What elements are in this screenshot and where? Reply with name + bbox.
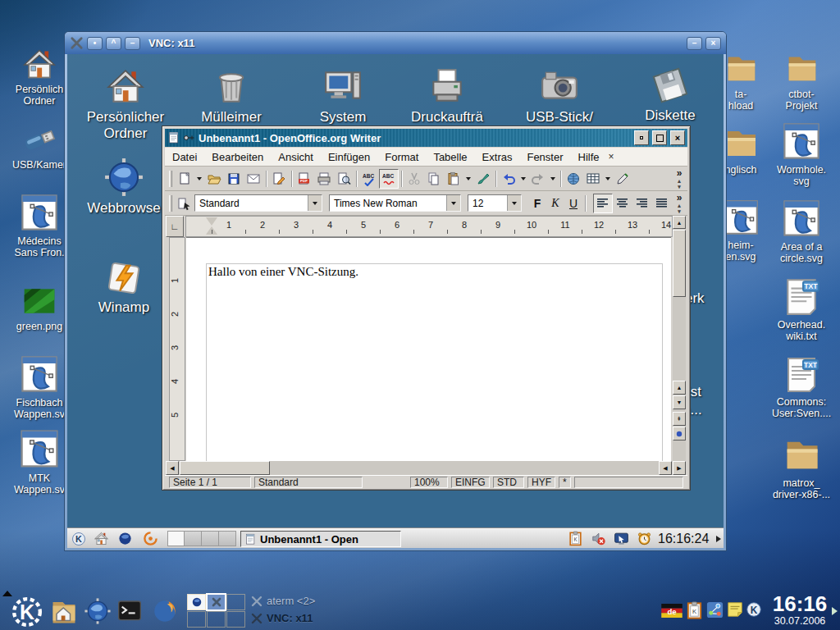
knotes-icon[interactable]: [726, 600, 744, 619]
menu-datei[interactable]: Datei: [165, 151, 204, 163]
close-button[interactable]: ×: [670, 130, 685, 145]
pager-desktop-3[interactable]: [202, 531, 219, 546]
align-justify-icon[interactable]: [652, 194, 672, 213]
pager-desktop-5[interactable]: [207, 611, 226, 628]
font-name-combo[interactable]: Times New Roman: [329, 194, 461, 212]
desktop-icon-area-circle-svg[interactable]: Area of a circle.svg: [762, 197, 840, 265]
swirl-icon[interactable]: [143, 531, 158, 546]
dropdown-icon[interactable]: [507, 195, 521, 211]
open-icon[interactable]: [204, 169, 224, 189]
vnc-clock[interactable]: 16:16:24: [658, 532, 709, 546]
pager-desktop-2[interactable]: [207, 594, 226, 610]
bold-button[interactable]: F: [528, 197, 546, 210]
vertical-ruler[interactable]: 1 2 3 4 5: [169, 237, 185, 461]
desktop-pager[interactable]: [167, 531, 236, 546]
close-document-icon[interactable]: ×: [609, 151, 614, 162]
status-zoom[interactable]: 100%: [410, 477, 448, 488]
undo-dropdown[interactable]: [518, 169, 528, 189]
sticky-button[interactable]: •: [87, 37, 103, 50]
kmenu-icon[interactable]: [10, 596, 44, 628]
keyboard-layout-de-icon[interactable]: [661, 604, 682, 618]
status-insert-mode[interactable]: EINFG: [451, 477, 490, 488]
alarm-clock-icon[interactable]: [637, 531, 652, 546]
indent-marker-top[interactable]: [206, 217, 217, 226]
edit-file-icon[interactable]: [269, 169, 289, 189]
menu-einfuegen[interactable]: Einfügen: [321, 151, 377, 163]
vertical-scrollbar[interactable]: ▲ ▲ ▼ ⇞: [673, 216, 686, 461]
previous-page-icon[interactable]: ⇞: [673, 412, 686, 426]
kde-tray-icon[interactable]: [745, 600, 763, 619]
writer-titlebar[interactable]: Unbenannt1 - OpenOffice.org Writer ×: [165, 129, 687, 147]
horizontal-scrollbar[interactable]: ◀ ◀ ▶: [166, 461, 686, 475]
vnc-titlebar[interactable]: • ^ – VNC: x11 – ×: [65, 32, 726, 54]
desktop-pager[interactable]: [187, 594, 245, 628]
document-text[interactable]: Hallo von einer VNC-Sitzung.: [208, 265, 358, 279]
vnc-icon-diskette[interactable]: Diskette: [617, 66, 724, 124]
pager-desktop-1[interactable]: [187, 594, 206, 610]
menu-fenster[interactable]: Fenster: [519, 151, 570, 163]
home-folder-icon[interactable]: [49, 597, 79, 627]
pager-desktop-4[interactable]: [187, 611, 206, 628]
scroll-left2-icon[interactable]: ◀: [659, 461, 672, 475]
vnc-icon-trash[interactable]: Mülleimer: [178, 66, 285, 126]
email-icon[interactable]: [244, 169, 263, 189]
redo-icon[interactable]: [528, 169, 548, 189]
toolbar-overflow-chevron[interactable]: »▴▾: [673, 168, 685, 189]
scroll-up-icon[interactable]: ▲: [673, 216, 686, 229]
status-hyphen[interactable]: HYF: [527, 477, 555, 488]
konsole-icon[interactable]: [116, 598, 143, 624]
vnc-window[interactable]: • ^ – VNC: x11 – × Persönlicher Ordner M…: [64, 31, 727, 551]
pin-icon[interactable]: [184, 134, 195, 142]
close-button[interactable]: ×: [705, 37, 721, 50]
home-icon[interactable]: [94, 531, 109, 546]
navigation-dot-icon[interactable]: [673, 427, 686, 441]
task-vnc[interactable]: VNC: x11: [251, 612, 313, 624]
task-aterm[interactable]: aterm <2>: [251, 595, 315, 607]
insert-table-dropdown[interactable]: [603, 169, 613, 189]
autospellcheck-icon[interactable]: ABC: [379, 169, 399, 189]
minimize-left-button[interactable]: –: [125, 37, 140, 50]
firefox-icon[interactable]: [151, 597, 179, 625]
menu-bearbeiten[interactable]: Bearbeiten: [204, 151, 271, 163]
vnc-icon-usb-stick[interactable]: USB-Stick/: [506, 66, 613, 126]
shade-button[interactable]: ^: [106, 37, 121, 50]
align-left-icon[interactable]: [593, 194, 613, 213]
status-modified[interactable]: *: [559, 477, 571, 488]
align-center-icon[interactable]: [613, 194, 632, 213]
scroll-left-icon[interactable]: ◀: [166, 461, 179, 475]
scroll-down-icon[interactable]: ▼: [673, 395, 686, 409]
desktop-icon-wormhole-svg[interactable]: Wormhole. svg: [762, 120, 840, 188]
paste-dropdown[interactable]: [463, 169, 473, 189]
dropdown-icon[interactable]: [446, 195, 460, 211]
vnc-viewport[interactable]: Persönlicher Ordner Mülleimer System Dru…: [67, 54, 724, 548]
align-right-icon[interactable]: [632, 194, 652, 213]
panel-hide-right-icon[interactable]: [832, 607, 838, 615]
scroll-right-icon[interactable]: ▶: [673, 461, 686, 475]
panel-clock[interactable]: 16:16 30.07.2006: [761, 593, 838, 627]
cut-icon[interactable]: [404, 169, 424, 189]
desktop-icon-matrox-folder[interactable]: matrox_ driver-x86-...: [762, 433, 840, 501]
pager-desktop-2[interactable]: [185, 531, 202, 546]
desktop-icon-overhead-txt[interactable]: Overhead. wiki.txt: [762, 276, 840, 343]
format-paintbrush-icon[interactable]: [473, 169, 493, 189]
italic-button[interactable]: K: [546, 197, 564, 210]
desktop-icon-ctbot-projekt[interactable]: ctbot- Projekt: [762, 49, 840, 112]
new-document-icon[interactable]: [175, 169, 194, 189]
print-icon[interactable]: [314, 169, 334, 189]
network-share-icon[interactable]: [705, 600, 724, 619]
desktop-icon-commons-txt[interactable]: Commons: User:Sven....: [762, 355, 840, 420]
scrollbar-thumb[interactable]: [673, 230, 686, 297]
menu-tabelle[interactable]: Tabelle: [426, 151, 474, 163]
document-page[interactable]: Hallo von einer VNC-Sitzung.: [186, 237, 671, 461]
draw-functions-icon[interactable]: [613, 169, 632, 189]
writer-window[interactable]: Unbenannt1 - OpenOffice.org Writer × Dat…: [162, 126, 691, 491]
dropdown-icon[interactable]: [308, 195, 322, 211]
display-icon[interactable]: [614, 531, 629, 546]
status-style[interactable]: Standard: [254, 477, 363, 488]
klipper-icon[interactable]: [685, 600, 704, 620]
paste-icon[interactable]: [444, 169, 463, 189]
scroll-up2-icon[interactable]: ▲: [673, 381, 686, 395]
pager-desktop-4[interactable]: [219, 531, 236, 546]
task-button-writer[interactable]: Unbenannt1 - Open: [240, 531, 401, 547]
hyperlink-icon[interactable]: [564, 169, 583, 189]
